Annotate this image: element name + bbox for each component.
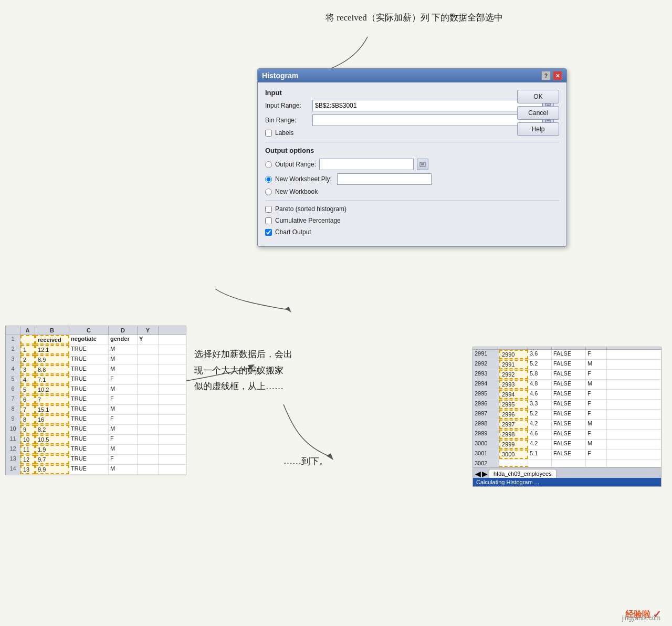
arrow-chart-output <box>205 284 299 315</box>
next-sheet-btn[interactable]: ▶ <box>482 470 488 478</box>
chart-label: Chart Output <box>275 228 311 236</box>
sheet-row-4: 4 3 8.8 TRUE M <box>6 365 186 375</box>
output-section-label: Output options <box>265 147 559 154</box>
right-row-3000: 3000 2999 4.2 FALSE M <box>473 440 661 450</box>
cell-rownum-2: 2 <box>6 345 20 354</box>
dialog-body: OK Cancel Help Input Input Range: Bin Ra… <box>258 82 566 246</box>
bin-range-field[interactable] <box>312 114 542 126</box>
new-worksheet-label: New Worksheet Ply: <box>275 175 332 183</box>
sheet-row-8: 8 7 15.1 TRUE M <box>6 405 186 415</box>
right-row-2993: 2993 2992 5.8 FALSE F <box>473 370 661 380</box>
status-text: Calculating Histogram ... <box>476 479 539 485</box>
sheet-statusbar: Calculating Histogram ... <box>473 478 661 486</box>
col-header-c: C <box>69 326 109 335</box>
labels-text: Labels <box>275 129 293 137</box>
cell-b1: received <box>35 335 69 345</box>
svg-rect-6 <box>421 163 424 165</box>
sheet-row-3: 3 2 8.9 TRUE M <box>6 355 186 365</box>
col-header-b: B <box>35 326 69 335</box>
cell-c2: TRUE <box>69 345 109 354</box>
pareto-row: Pareto (sorted histogram) <box>265 205 559 213</box>
pareto-checkbox[interactable] <box>265 206 272 213</box>
input-range-field[interactable] <box>312 100 542 111</box>
cell-a2: 1 <box>20 345 35 354</box>
input-range-label: Input Range: <box>265 102 312 109</box>
right-row-2998: 2998 2997 4.2 FALSE M <box>473 420 661 430</box>
chart-checkbox[interactable] <box>265 229 272 236</box>
sheet-row-12: 12 11 1.9 TRUE M <box>6 445 186 455</box>
new-workbook-radio[interactable] <box>265 189 272 195</box>
pareto-label: Pareto (sorted histogram) <box>275 205 346 213</box>
labels-checkbox[interactable] <box>265 130 272 137</box>
sheet-row-11: 11 10 10.5 TRUE F <box>6 435 186 445</box>
input-section-label: Input <box>265 89 559 97</box>
cancel-button[interactable]: Cancel <box>517 106 559 120</box>
sheet-col-headers: A B C D Y <box>6 326 186 335</box>
right-row-2991: 2991 2990 3.6 FALSE F <box>473 350 661 360</box>
input-range-row: Input Range: <box>265 100 559 111</box>
right-row-2994: 2994 2993 4.8 FALSE M <box>473 380 661 390</box>
output-range-picker-btn[interactable] <box>417 159 428 170</box>
bin-range-row: Bin Range: <box>265 114 559 126</box>
sheet-tab-active[interactable]: hfda_ch09_employees <box>489 469 556 478</box>
output-range-row: Output Range: <box>265 159 559 170</box>
sheet-row-9: 9 8 16 TRUE F <box>6 415 186 425</box>
right-row-2999: 2999 2998 4.6 FALSE F <box>473 430 661 440</box>
right-row-2997: 2997 2996 5.2 FALSE F <box>473 410 661 420</box>
cumulative-label: Cumulative Percentage <box>275 217 341 224</box>
right-row-2995: 2995 2994 4.6 FALSE F <box>473 390 661 400</box>
sheet-row-2: 2 1 12.1 TRUE M <box>6 345 186 355</box>
cell-c1: negotiate <box>69 335 109 345</box>
help-button[interactable]: Help <box>517 122 559 136</box>
right-row-2996: 2996 2995 3.3 FALSE F <box>473 400 661 410</box>
output-range-field[interactable] <box>319 159 414 170</box>
chart-row: Chart Output <box>265 228 559 236</box>
spreadsheet-right: 2991 2990 3.6 FALSE F 2992 2991 5.2 FALS… <box>472 347 662 487</box>
col-header-d: D <box>109 326 138 335</box>
svg-marker-8 <box>285 307 291 312</box>
output-range-label: Output Range: <box>275 161 316 168</box>
sheet-row-5: 5 4 7.1 TRUE F <box>6 375 186 385</box>
cumulative-checkbox[interactable] <box>265 217 272 224</box>
new-worksheet-row: New Worksheet Ply: <box>265 173 559 185</box>
new-worksheet-field[interactable] <box>337 173 432 185</box>
cell-d1: gender <box>109 335 138 345</box>
dialog-title: Histogram <box>262 71 298 80</box>
sheet-row-7: 7 6 7 TRUE F <box>6 395 186 405</box>
right-row-2992: 2992 2991 5.2 FALSE M <box>473 360 661 370</box>
new-worksheet-radio[interactable] <box>265 176 272 183</box>
right-row-3001: 3001 3000 5.1 FALSE F <box>473 450 661 460</box>
output-range-radio[interactable] <box>265 161 272 168</box>
sheet-row-6: 6 5 10.2 TRUE M <box>6 385 186 395</box>
sheet-tabbar: ◀ ▶ hfda_ch09_employees <box>473 467 661 478</box>
histogram-dialog: Histogram ? ✕ OK Cancel Help Input Input… <box>257 68 567 247</box>
sheet-row-13: 13 12 9.7 TRUE F <box>6 455 186 465</box>
spreadsheet-left: A B C D Y 1 received negotiate gender Y … <box>5 326 186 475</box>
cell-d2: M <box>109 345 138 354</box>
new-workbook-row: New Workbook <box>265 188 559 195</box>
cell-a1 <box>20 335 35 345</box>
bin-range-label: Bin Range: <box>265 117 312 124</box>
cumulative-row: Cumulative Percentage <box>265 217 559 224</box>
middle-bottom-annotation: 选择好加薪数据后，会出现一个大大的蚂蚁搬家似的虚线框，从上…… <box>194 347 292 395</box>
help-titlebar-btn[interactable]: ? <box>541 71 551 80</box>
cell-e1: Y <box>138 335 159 345</box>
top-annotation: 将 received（实际加薪）列 下的数据全部选中 <box>326 11 503 26</box>
labels-row: Labels <box>265 129 559 137</box>
new-workbook-label: New Workbook <box>275 188 318 195</box>
cell-e2 <box>138 345 159 354</box>
col-header-e: Y <box>138 326 159 335</box>
titlebar-buttons: ? ✕ <box>541 71 562 80</box>
col-header-a: A <box>20 326 35 335</box>
ok-button[interactable]: OK <box>517 90 559 103</box>
sheet-row-14: 14 13 9.9 TRUE M <box>6 465 186 475</box>
cell-b2: 12.1 <box>35 345 69 354</box>
sheet-row-10: 10 9 8.2 TRUE M <box>6 425 186 435</box>
sheet-row-1: 1 received negotiate gender Y <box>6 335 186 345</box>
prev-sheet-btn[interactable]: ◀ <box>475 470 481 478</box>
dialog-titlebar: Histogram ? ✕ <box>258 69 566 82</box>
watermark-url: jingyanla.com <box>622 614 660 622</box>
right-row-3002: 3002 <box>473 460 661 467</box>
dots-middle-annotation: ……到下。 <box>284 454 328 468</box>
close-titlebar-btn[interactable]: ✕ <box>553 71 562 80</box>
